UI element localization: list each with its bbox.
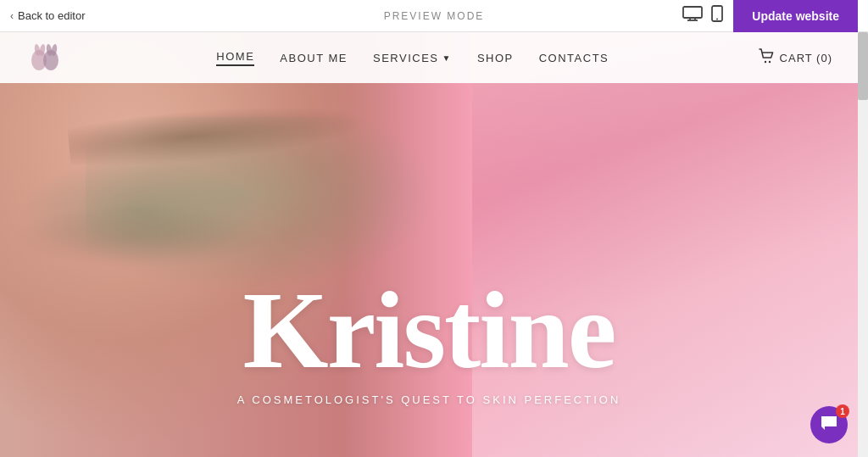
- cart-icon: [758, 47, 775, 69]
- hero-title: Kristine: [0, 275, 858, 385]
- back-to-editor-link[interactable]: ‹ Back to editor: [10, 9, 86, 22]
- logo-svg: [25, 41, 68, 75]
- hero-section: Kristine A COSMETOLOGIST'S QUEST TO SKIN…: [0, 32, 858, 457]
- svg-rect-0: [683, 7, 702, 18]
- back-chevron-icon: ‹: [10, 10, 14, 22]
- chat-badge: 1: [836, 404, 849, 418]
- top-bar: ‹ Back to editor PREVIEW MODE: [0, 0, 868, 32]
- nav-item-contacts[interactable]: CONTACTS: [539, 52, 609, 64]
- scrollbar-track[interactable]: [858, 32, 868, 457]
- scrollbar-thumb[interactable]: [858, 32, 868, 100]
- nav-item-home[interactable]: HOME: [216, 50, 254, 66]
- svg-point-12: [764, 60, 765, 62]
- right-controls: Update website: [682, 0, 858, 32]
- update-website-button[interactable]: Update website: [733, 0, 858, 32]
- hero-text: Kristine A COSMETOLOGIST'S QUEST TO SKIN…: [0, 275, 858, 406]
- chat-button[interactable]: 1: [810, 406, 848, 443]
- nav-cart[interactable]: CART (0): [758, 47, 832, 69]
- nav-links: HOME ABOUT ME SERVICES ▼ SHOP CONTACTS: [216, 50, 609, 66]
- svg-point-5: [716, 19, 718, 20]
- preview-area: Kristine A COSMETOLOGIST'S QUEST TO SKIN…: [0, 32, 868, 457]
- device-icons: [682, 5, 723, 26]
- nav-item-services[interactable]: SERVICES ▼: [373, 52, 452, 64]
- preview-mode-label: PREVIEW MODE: [384, 10, 485, 22]
- site-logo[interactable]: [25, 41, 68, 75]
- hero-subtitle: A COSMETOLOGIST'S QUEST TO SKIN PERFECTI…: [0, 393, 858, 406]
- nav-item-shop[interactable]: SHOP: [477, 52, 514, 64]
- svg-point-13: [768, 60, 770, 62]
- back-to-editor-label: Back to editor: [18, 9, 86, 22]
- chat-icon: [820, 415, 838, 436]
- mobile-icon[interactable]: [711, 5, 723, 26]
- services-dropdown-arrow: ▼: [442, 53, 451, 63]
- desktop-icon[interactable]: [682, 6, 703, 25]
- site-navigation: HOME ABOUT ME SERVICES ▼ SHOP CONTACTS: [0, 32, 858, 83]
- cart-label: CART (0): [780, 52, 832, 64]
- nav-item-about[interactable]: ABOUT ME: [280, 52, 348, 64]
